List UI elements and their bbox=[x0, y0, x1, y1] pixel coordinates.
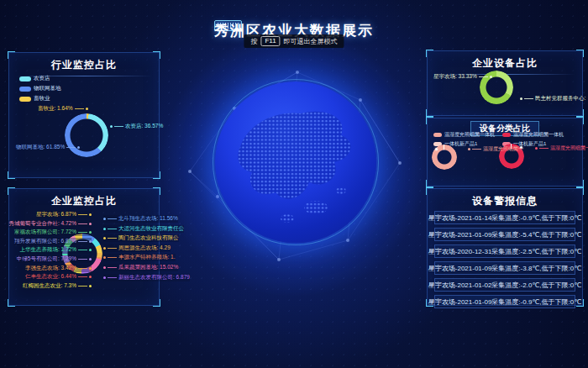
corner-accent bbox=[576, 117, 584, 124]
chart-label: 上华生态养殖场: 1.72% bbox=[19, 246, 92, 254]
globe-dotted-map bbox=[215, 81, 376, 243]
chart-label: 星宇农场: 33.33% bbox=[433, 73, 492, 81]
leader-line bbox=[114, 126, 123, 127]
fullscreen-exit-tooltip: 按 F11 即可退出全屏模式 bbox=[244, 34, 344, 48]
chart-marker-dot bbox=[435, 148, 438, 150]
legend-label: 畜牧业 bbox=[34, 95, 50, 103]
alarm-text: 星宇农场-2020-12-31采集温度:-2.5℃,低于下限:0℃ bbox=[428, 247, 581, 256]
alarm-row: 星宇农场-2021-01-14采集温度:-0.9℃,低于下限:0℃ bbox=[434, 211, 575, 224]
leader-line bbox=[108, 238, 117, 239]
chart-label: 北斗翔生态农场: 11.56% bbox=[103, 215, 178, 223]
leader-line bbox=[479, 76, 488, 77]
leader-line bbox=[108, 248, 117, 249]
leader-dot bbox=[520, 97, 522, 100]
leader-line bbox=[78, 232, 87, 233]
legend-swatch bbox=[433, 133, 442, 137]
alarm-text: 星宇农场-2021-01-02采集温度:-2.0℃,低于下限:0℃ bbox=[428, 281, 581, 290]
leader-dot bbox=[103, 256, 106, 259]
tooltip-prefix: 按 bbox=[250, 37, 257, 46]
legend-item[interactable]: 温湿度光照细菌一体机 bbox=[502, 131, 564, 139]
leader-line bbox=[78, 250, 87, 250]
f11-key-badge: F11 bbox=[260, 36, 280, 46]
alarm-text: 星宇农场-2021-01-09采集温度:-3.8℃,低于下限:0℃ bbox=[428, 264, 581, 273]
chart-label: 瓜果蔬菜园基地: 15.02% bbox=[103, 264, 178, 271]
alarm-row: 星宇农场-2020-12-31采集温度:-2.5℃,低于下限:0℃ bbox=[434, 244, 575, 258]
leader-line bbox=[78, 268, 87, 269]
chart-label: 温湿度光照细菌一 bbox=[468, 145, 523, 153]
leader-dot bbox=[89, 223, 92, 225]
legend-label: 物联网基地 bbox=[34, 85, 61, 92]
legend-item[interactable]: 农资店 bbox=[19, 75, 61, 82]
device-panel-title: 企业设备占比 bbox=[428, 56, 582, 71]
leader-dot bbox=[468, 148, 470, 150]
leader-dot bbox=[110, 125, 113, 128]
enterprise-panel-title: 企业监控占比 bbox=[9, 194, 159, 208]
device-ratio-panel: 企业设备占比 星宇农场: 33.33% 民主村党群服务中心: bbox=[427, 50, 583, 116]
industry-monitor-panel: 行业监控占比 农资店 物联网基地 畜牧业 畜牧业: 1.64% 农资店: 36.… bbox=[8, 52, 160, 178]
enterprise-labels-right: 北斗翔生态农场: 11.56% 大运河生态牧业有限责任公 陶门生态农业科技有限公… bbox=[103, 215, 162, 281]
alarm-row: 星宇农场-2021-01-09采集温度:-0.9℃,低于下限:0℃ bbox=[434, 295, 575, 308]
chart-label: 民主村党群服务中心: bbox=[520, 95, 585, 103]
legend-swatch bbox=[19, 87, 31, 92]
corner-accent bbox=[426, 180, 433, 187]
alarm-text: 星宇农场-2021-01-14采集温度:-0.9℃,低于下限:0℃ bbox=[428, 213, 581, 223]
leader-dot bbox=[77, 146, 80, 149]
corner-accent bbox=[153, 51, 160, 59]
leader-line bbox=[108, 267, 117, 268]
alarm-text: 星宇农场-2021-01-09采集温度:-5.4℃,低于下限:0℃ bbox=[428, 230, 581, 239]
leader-dot bbox=[89, 267, 92, 270]
corner-accent bbox=[576, 109, 584, 117]
leader-line bbox=[78, 286, 87, 287]
leader-line bbox=[108, 257, 117, 258]
corner-accent bbox=[576, 180, 584, 187]
leader-line bbox=[78, 214, 87, 215]
leader-line bbox=[78, 276, 87, 277]
chart-label: 秀城葡萄专业合作社: 4.72% bbox=[8, 220, 92, 228]
legend-swatch bbox=[502, 133, 511, 137]
chart-label: 中绿5号有限公司: 7.29% bbox=[17, 255, 92, 263]
leader-dot bbox=[490, 76, 492, 78]
chart-label: 仁丰生态农业: 6.44% bbox=[25, 273, 92, 281]
chart-label: 大运河生态牧业有限责任公 bbox=[103, 225, 184, 233]
corner-accent bbox=[153, 171, 160, 179]
leader-dot bbox=[103, 228, 106, 230]
leader-line bbox=[524, 98, 533, 99]
legend-item[interactable]: 物联网基地 bbox=[19, 85, 61, 92]
dashboard: { "header": { "title": "秀洲区农业大数据展示", "to… bbox=[0, 0, 588, 368]
leader-line bbox=[75, 108, 84, 109]
legend-item[interactable]: 畜牧业 bbox=[19, 95, 61, 103]
corner-accent bbox=[576, 50, 584, 57]
chart-label: 翔升发展有限公司: 6.87% bbox=[14, 238, 92, 245]
leader-line bbox=[108, 229, 117, 229]
leader-dot bbox=[89, 231, 92, 234]
corner-accent bbox=[8, 187, 15, 195]
leader-line bbox=[78, 223, 87, 224]
leader-dot bbox=[535, 147, 538, 150]
leader-line bbox=[66, 147, 76, 148]
alarm-list: 星宇农场-2021-01-14采集温度:-0.9℃,低于下限:0℃ 星宇农场-2… bbox=[434, 211, 575, 308]
leader-line bbox=[108, 277, 117, 278]
legend-label: 温湿度光照细菌一体机 bbox=[513, 131, 564, 139]
corner-accent bbox=[576, 187, 584, 195]
leader-dot bbox=[103, 247, 106, 250]
leader-dot bbox=[89, 276, 92, 278]
legend-item[interactable]: 温湿度光照细菌一体机 bbox=[433, 131, 495, 139]
corner-accent bbox=[153, 187, 160, 195]
alarm-text: 星宇农场-2021-01-09采集温度:-0.9℃,低于下限:0℃ bbox=[428, 297, 581, 307]
alarm-row: 星宇农场-2021-01-02采集温度:-2.0℃,低于下限:0℃ bbox=[434, 278, 575, 292]
leader-dot bbox=[89, 258, 92, 260]
leader-line bbox=[78, 241, 87, 242]
device-category-panel: 设备分类占比 温湿度光照细菌一体机 一体机新产品1 温湿度光照细菌一体机 一体机… bbox=[427, 118, 583, 187]
enterprise-labels-left: 星宇农场: 6.87% 秀城葡萄专业合作社: 4.72% 家福农场有限公司: 7… bbox=[11, 211, 92, 290]
leader-dot bbox=[103, 237, 106, 239]
leader-dot bbox=[103, 218, 106, 220]
corner-accent bbox=[153, 299, 160, 307]
device-alarm-panel: 设备警报信息 星宇农场-2021-01-14采集温度:-0.9℃,低于下限:0℃… bbox=[427, 188, 583, 306]
chart-label: 农资店: 36.57% bbox=[110, 123, 163, 130]
leader-line bbox=[108, 218, 117, 219]
chart-label: 家福农场有限公司: 7.72% bbox=[14, 229, 92, 236]
legend-swatch bbox=[19, 76, 31, 81]
chart-label: 星宇农场: 6.87% bbox=[36, 211, 92, 218]
leader-line bbox=[78, 259, 87, 260]
corner-accent bbox=[426, 117, 433, 124]
